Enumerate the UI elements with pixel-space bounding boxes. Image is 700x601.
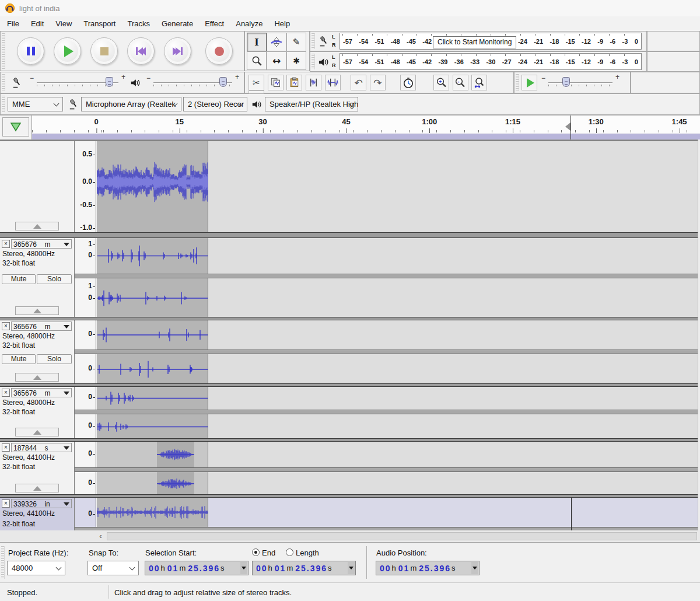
time-minutes[interactable]: 01 [398, 564, 410, 573]
track-name-menu[interactable]: 339326__in [11, 499, 72, 508]
time-minutes[interactable]: 01 [167, 564, 179, 573]
menu-item[interactable]: View [50, 17, 78, 30]
device-toolbar-grabber[interactable] [2, 96, 5, 113]
solo-button[interactable]: Solo [37, 354, 72, 364]
draw-tool-button[interactable]: ✎ [286, 33, 306, 51]
track-3-ch1-ruler[interactable]: 0 [75, 320, 96, 350]
pause-button[interactable] [17, 37, 44, 65]
recording-volume-thumb[interactable] [106, 77, 113, 87]
track-6-panel[interactable]: 339326__in Stereo, 44100Hz 32-bit float [0, 498, 75, 530]
stop-button[interactable] [90, 37, 118, 65]
length-radio[interactable] [286, 548, 293, 556]
timeline-ruler[interactable]: 01530451:001:151:301:45 [32, 115, 700, 139]
audio-host-select[interactable]: MME [8, 97, 63, 111]
track-4-ch2-ruler[interactable]: 0 [75, 414, 96, 439]
channel-divider[interactable] [75, 350, 698, 354]
fit-selection-button[interactable] [471, 75, 487, 90]
track-2-collapse-button[interactable] [15, 306, 59, 315]
end-radio-label[interactable]: End [262, 548, 275, 557]
track-1-vertical-ruler[interactable]: 0.5 0.0 -0.5 -1.0 [75, 141, 96, 232]
track-6-ch1-ruler[interactable]: 0 [75, 498, 96, 527]
track-3-collapse-button[interactable] [15, 373, 59, 382]
play-at-speed-grabber[interactable] [516, 74, 519, 91]
track-4-ch1-waveform[interactable] [97, 387, 698, 410]
skip-to-start-button[interactable] [127, 37, 155, 65]
redo-button[interactable]: ↷ [370, 75, 386, 90]
track-name-menu[interactable]: 187844__s [11, 443, 72, 452]
playback-meter-grabber[interactable] [312, 54, 315, 69]
track-6-ch1-waveform[interactable] [97, 498, 698, 527]
skip-to-end-button[interactable] [164, 37, 191, 65]
play-at-speed-button[interactable] [522, 75, 537, 90]
playback-speed-slider[interactable]: − + [548, 76, 612, 89]
track-close-button[interactable] [2, 499, 10, 508]
time-hours[interactable]: 00 [380, 564, 391, 573]
track-1-waveform-area[interactable] [97, 141, 698, 232]
menu-item[interactable]: Analyze [230, 17, 268, 30]
menu-item[interactable]: Effect [199, 17, 230, 30]
menu-item[interactable]: Tracks [121, 17, 156, 30]
cut-button[interactable]: ✂ [249, 75, 264, 90]
playback-speed-thumb[interactable] [562, 77, 570, 87]
zoom-out-button[interactable]: - [453, 75, 468, 90]
track-2-ch2-waveform[interactable] [97, 278, 698, 317]
audio-position-field[interactable]: 00h 01m 25.396s [376, 561, 480, 575]
selection-toolbar-grabber[interactable] [1, 546, 5, 579]
track-5-ch1-ruler[interactable]: 0 [75, 442, 96, 467]
track-2-ch1-waveform[interactable] [97, 238, 698, 274]
track-4-collapse-button[interactable] [15, 428, 59, 436]
record-button[interactable] [205, 37, 233, 65]
time-seconds[interactable]: 25.396 [295, 564, 327, 573]
selection-tool-button[interactable]: I [247, 33, 267, 51]
track-3-ch2-waveform[interactable] [97, 354, 698, 384]
paste-button[interactable] [286, 75, 302, 90]
selection-end-field[interactable]: 00h 01m 25.396s [252, 561, 356, 575]
channel-divider[interactable] [75, 467, 698, 472]
recording-meter-grabber[interactable] [312, 33, 315, 49]
time-hours[interactable]: 00 [256, 564, 268, 573]
time-seconds[interactable]: 25.396 [188, 564, 220, 573]
end-radio[interactable] [252, 548, 260, 556]
playback-volume-thumb[interactable] [219, 77, 227, 87]
track-2-ch1-ruler[interactable]: 1 0 [75, 238, 96, 274]
track-close-button[interactable] [2, 240, 10, 248]
track-close-button[interactable] [2, 443, 10, 452]
playback-meter-toolbar[interactable]: L R -57-54-51-48-45-42-39-36-33-30-27-24… [310, 51, 647, 72]
track-1-panel[interactable] [0, 141, 75, 232]
solo-button[interactable]: Solo [37, 274, 72, 284]
horizontal-scroll-thumb[interactable] [107, 532, 697, 540]
mute-button[interactable]: Mute [2, 354, 36, 364]
multi-tool-button[interactable]: ✱ [286, 51, 306, 70]
timefield-dropdown-arrow[interactable] [240, 562, 247, 574]
scroll-left-button[interactable] [96, 531, 106, 541]
track-2-ch2-ruler[interactable]: 1 0 [75, 278, 96, 317]
track-5-ch2-ruler[interactable]: 0 [75, 472, 96, 495]
length-radio-label[interactable]: Length [296, 548, 319, 557]
track-5-ch1-waveform[interactable] [97, 442, 698, 467]
silence-audio-button[interactable] [325, 75, 341, 90]
track-name-menu[interactable]: 365676__m [11, 322, 72, 331]
channel-divider[interactable] [75, 410, 698, 414]
track-4-ch2-waveform[interactable] [97, 414, 698, 439]
track-close-button[interactable] [2, 322, 10, 330]
track-name-menu[interactable]: 365676__m [11, 239, 72, 249]
menu-item[interactable]: File [1, 17, 25, 30]
playback-device-select[interactable]: Speaker/HP (Realtek High [265, 97, 358, 111]
sync-lock-button[interactable] [400, 75, 416, 90]
track-1-collapse-button[interactable] [15, 222, 59, 230]
zoom-in-button[interactable]: + [433, 75, 449, 90]
horizontal-scrollbar[interactable] [0, 530, 700, 542]
play-button[interactable] [54, 37, 81, 65]
playback-meter-bar[interactable]: -57-54-51-48-45-42-39-36-33-30-27-24-21-… [340, 53, 642, 70]
envelope-tool-button[interactable] [267, 33, 286, 51]
recording-channels-select[interactable]: 2 (Stereo) Recor [183, 97, 247, 111]
timefield-dropdown-arrow[interactable] [471, 562, 478, 574]
timefield-dropdown-arrow[interactable] [348, 562, 355, 574]
recording-device-select[interactable]: Microphone Array (Realtek [81, 97, 181, 111]
selection-start-field[interactable]: 00h 01m 25.396s [145, 561, 249, 575]
track-3-panel[interactable]: 365676__m Stereo, 48000Hz 32-bit float M… [0, 320, 75, 383]
timeline-options-button[interactable] [2, 117, 29, 137]
menu-item[interactable]: Generate [156, 17, 199, 30]
time-hours[interactable]: 00 [149, 564, 160, 573]
playhead-flag-icon[interactable] [565, 123, 570, 131]
